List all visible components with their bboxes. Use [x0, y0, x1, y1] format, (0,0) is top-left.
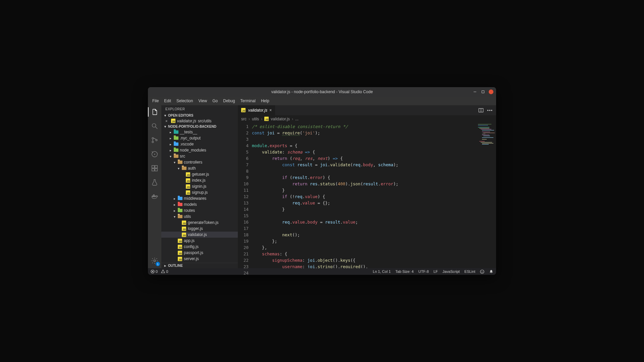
folder-vscode[interactable]: ▸.vscode [161, 141, 238, 147]
menu-go[interactable]: Go [210, 98, 220, 104]
folder-models[interactable]: ▸models [161, 201, 238, 207]
breadcrumb-part[interactable]: utils [252, 117, 259, 121]
breadcrumb-part[interactable]: validator.js [271, 117, 290, 121]
svg-point-6 [156, 139, 157, 141]
activity-bar: 1 [148, 105, 161, 268]
close-button[interactable] [489, 89, 493, 94]
status-encoding[interactable]: UTF-8 [418, 269, 429, 274]
split-editor-icon[interactable] [478, 108, 484, 113]
code-area[interactable]: 123456789101112131415161718192021222324 … [238, 123, 496, 268]
file-signinjs[interactable]: JSsignin.js [161, 183, 238, 189]
activity-test-icon[interactable] [150, 178, 159, 187]
menu-terminal[interactable]: Terminal [238, 98, 258, 104]
activity-search-icon[interactable] [150, 121, 159, 131]
menu-help[interactable]: Help [259, 98, 272, 104]
tree-label: passport.js [184, 250, 203, 255]
breadcrumb-part[interactable]: src [241, 117, 247, 121]
breadcrumbs[interactable]: src › utils › JS validator.js › ... [238, 115, 496, 123]
status-warnings[interactable]: 0 [161, 269, 168, 274]
file-loggerjs[interactable]: JSlogger.js [161, 226, 238, 232]
file-signupjs[interactable]: JSsignup.js [161, 189, 238, 195]
minimize-button[interactable] [473, 89, 477, 94]
file-validatorjs[interactable]: JSvalidator.js [161, 232, 238, 238]
status-eol[interactable]: LF [433, 269, 438, 274]
svg-point-5 [152, 141, 154, 143]
folder-controllers[interactable]: ▾controllers [161, 159, 238, 165]
tab-validator[interactable]: JS validator.js × [238, 105, 275, 115]
svg-point-4 [152, 137, 154, 139]
open-editors-header[interactable]: ▾ OPEN EDITORS [161, 113, 238, 118]
activity-settings-icon[interactable]: 1 [150, 256, 159, 265]
js-file-icon: JS [181, 227, 186, 231]
js-file-icon: JS [181, 233, 186, 237]
folder-icon [173, 142, 178, 146]
project-header[interactable]: ▾ NODE-PORTFOLIO-BACKEND [161, 124, 238, 129]
tree-label: utils [184, 214, 191, 219]
folder-middlewares[interactable]: ▸middlewares [161, 195, 238, 201]
folder-nycoutput[interactable]: ▸.nyc_output [161, 135, 238, 141]
menu-edit[interactable]: Edit [162, 98, 173, 104]
folder-icon [181, 167, 186, 170]
titlebar[interactable]: validator.js - node-portfolio-backend - … [148, 87, 496, 97]
tree-label: src [180, 154, 185, 159]
chevron-right-icon: ▸ [173, 203, 176, 206]
svg-point-18 [154, 260, 156, 262]
file-indexjs[interactable]: JSindex.js [161, 177, 238, 183]
status-eslint[interactable]: ESLint [465, 269, 475, 274]
svg-rect-11 [152, 169, 154, 171]
menubar: FileEditSelectionViewGoDebugTerminalHelp [148, 97, 496, 105]
window-controls [473, 89, 493, 94]
chevron-down-icon: ▾ [169, 155, 172, 158]
folder-tests[interactable]: ▸__tests__ [161, 129, 238, 135]
file-passportjs[interactable]: JSpassport.js [161, 250, 238, 256]
open-editor-path: src/utils [198, 119, 212, 123]
tree-label: logger.js [188, 226, 203, 231]
file-serverjs[interactable]: JSserver.js [161, 256, 238, 262]
more-icon[interactable]: ••• [487, 108, 493, 113]
js-file-icon: JS [241, 108, 246, 113]
svg-rect-1 [482, 91, 484, 93]
tree-label: generateToken.js [188, 220, 218, 225]
status-cursor[interactable]: Ln 1, Col 1 [373, 269, 391, 274]
activity-explorer-icon[interactable] [150, 107, 159, 117]
menu-debug[interactable]: Debug [221, 98, 237, 104]
activity-extensions-icon[interactable] [150, 164, 159, 173]
outline-header[interactable]: ▸ OUTLINE [161, 263, 238, 268]
tab-label: validator.js [248, 108, 267, 113]
js-file-icon: JS [185, 184, 191, 189]
breadcrumb-part[interactable]: ... [295, 117, 299, 121]
js-file-icon: JS [177, 251, 182, 255]
activity-docker-icon[interactable] [150, 192, 159, 201]
folder-utils[interactable]: ▾utils [161, 214, 238, 220]
status-errors[interactable]: 0 [151, 269, 158, 274]
file-appjs[interactable]: JSapp.js [161, 238, 238, 244]
folder-routes[interactable]: ▸routes [161, 207, 238, 214]
activity-debug-icon[interactable] [150, 149, 159, 159]
menu-selection[interactable]: Selection [174, 98, 195, 104]
tree-label: middlewares [184, 196, 206, 201]
file-getuserjs[interactable]: JSgetuser.js [161, 171, 238, 177]
close-icon[interactable]: × [269, 108, 272, 113]
folder-src[interactable]: ▾src [161, 153, 238, 159]
code-content[interactable]: /* eslint-disable consistent-return */co… [252, 123, 476, 268]
folder-auth[interactable]: ▾auth [161, 165, 238, 171]
folder-icon [177, 209, 182, 212]
status-lang[interactable]: JavaScript [442, 269, 460, 274]
close-icon[interactable]: × [165, 119, 169, 123]
open-editor-item[interactable]: × JS validator.js src/utils [161, 118, 238, 124]
editor-group: JS validator.js × ••• src › utils › JS v… [238, 105, 496, 268]
outline-label: OUTLINE [168, 264, 183, 267]
activity-scm-icon[interactable] [150, 135, 159, 145]
status-feedback-icon[interactable] [480, 269, 484, 274]
file-configjs[interactable]: JSconfig.js [161, 244, 238, 250]
file-generatetokenjs[interactable]: JSgenerateToken.js [161, 220, 238, 226]
menu-file[interactable]: File [150, 98, 161, 104]
status-bell-icon[interactable] [489, 269, 493, 274]
minimap[interactable] [476, 123, 496, 268]
menu-view[interactable]: View [196, 98, 209, 104]
window-title: validator.js - node-portfolio-backend - … [271, 89, 373, 94]
js-file-icon: JS [185, 172, 191, 177]
status-tabsize[interactable]: Tab Size: 4 [395, 269, 414, 274]
folder-nodemodules[interactable]: ▸node_modules [161, 147, 238, 153]
maximize-button[interactable] [481, 89, 485, 94]
